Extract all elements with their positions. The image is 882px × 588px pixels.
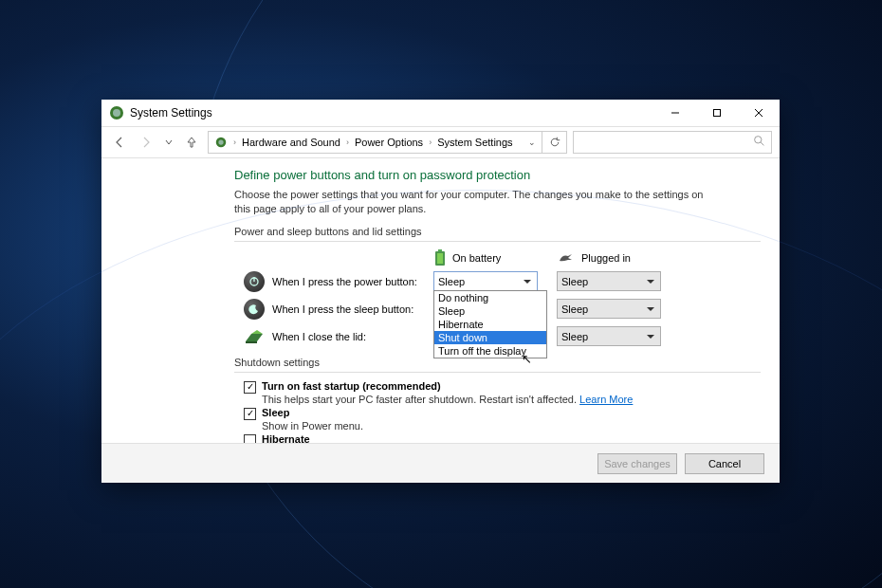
- cancel-button[interactable]: Cancel: [685, 453, 764, 474]
- column-headers: On battery Plugged in: [244, 249, 761, 266]
- svg-rect-3: [714, 110, 721, 117]
- svg-rect-12: [437, 253, 443, 264]
- search-icon: [753, 135, 765, 150]
- breadcrumb-icon: [214, 136, 228, 149]
- lid-plugged-select[interactable]: Sleep: [557, 326, 661, 346]
- svg-line-9: [761, 142, 763, 145]
- svg-point-8: [755, 137, 762, 143]
- save-changes-button[interactable]: Save changes: [597, 453, 677, 474]
- checkbox-sleep[interactable]: [244, 408, 256, 420]
- fast-startup-desc: This helps start your PC faster after sh…: [262, 394, 761, 405]
- battery-icon: [433, 249, 447, 266]
- row-power-button: When I press the power button: Sleep Do …: [244, 269, 761, 294]
- page-description: Choose the power settings that you want …: [234, 188, 708, 216]
- row-sleep-label: When I press the sleep button:: [272, 303, 413, 315]
- nav-row: › Hardware and Sound › Power Options › S…: [101, 126, 780, 158]
- footer: Save changes Cancel: [101, 443, 780, 483]
- sleep-plugged-select[interactable]: Sleep: [557, 299, 661, 319]
- forward-button[interactable]: [136, 132, 156, 153]
- address-bar[interactable]: › Hardware and Sound › Power Options › S…: [208, 131, 542, 154]
- crumb-power-options[interactable]: Power Options: [355, 137, 423, 148]
- window-controls: [654, 100, 780, 126]
- power-battery-dropdown-list: Do nothing Sleep Hibernate Shut down Tur…: [433, 290, 547, 358]
- option-do-nothing[interactable]: Do nothing: [434, 291, 546, 304]
- col-battery-label: On battery: [452, 252, 501, 264]
- window-title: System Settings: [130, 106, 212, 119]
- option-hibernate[interactable]: Hibernate: [434, 318, 546, 331]
- chevron-right-icon: ›: [429, 138, 432, 147]
- col-plugged-label: Plugged in: [581, 252, 631, 264]
- option-shut-down[interactable]: Shut down: [434, 331, 546, 344]
- power-battery-select[interactable]: Sleep: [433, 271, 538, 291]
- back-button[interactable]: [109, 132, 130, 153]
- page-heading: Define power buttons and turn on passwor…: [234, 168, 761, 182]
- power-icon: [244, 271, 265, 292]
- crumb-system-settings[interactable]: System Settings: [437, 137, 512, 148]
- option-turn-off-display[interactable]: Turn off the display: [434, 344, 546, 358]
- moon-icon: [244, 299, 265, 320]
- svg-rect-10: [438, 249, 442, 251]
- section-buttons-label: Power and sleep buttons and lid settings: [234, 226, 761, 237]
- svg-point-1: [113, 109, 120, 117]
- lid-icon: [244, 326, 265, 347]
- search-input[interactable]: [573, 131, 772, 154]
- checkbox-hibernate[interactable]: [244, 434, 256, 443]
- sleep-desc: Show in Power menu.: [262, 420, 761, 432]
- app-icon: [109, 105, 124, 120]
- plug-icon: [557, 251, 576, 265]
- svg-point-7: [218, 139, 223, 144]
- option-sleep[interactable]: Sleep: [434, 304, 546, 318]
- hibernate-title: Hibernate: [262, 433, 310, 443]
- content-area: Define power buttons and turn on passwor…: [101, 158, 780, 443]
- up-button[interactable]: [181, 132, 202, 153]
- chevron-right-icon: ›: [233, 138, 236, 147]
- divider: [234, 372, 761, 373]
- learn-more-link[interactable]: Learn More: [579, 394, 633, 405]
- titlebar: System Settings: [101, 100, 780, 126]
- system-settings-window: System Settings › H: [101, 100, 780, 483]
- checkbox-fast-startup[interactable]: [244, 381, 256, 394]
- chevron-right-icon: ›: [346, 138, 349, 147]
- fast-startup-title: Turn on fast startup (recommended): [262, 380, 441, 392]
- close-button[interactable]: [738, 100, 780, 126]
- maximize-button[interactable]: [696, 100, 738, 126]
- minimize-button[interactable]: [654, 100, 696, 126]
- row-power-label: When I press the power button:: [272, 276, 417, 287]
- sleep-title: Sleep: [262, 407, 289, 418]
- crumb-hardware[interactable]: Hardware and Sound: [242, 137, 340, 148]
- divider: [234, 241, 761, 242]
- recent-locations-button[interactable]: [162, 132, 175, 153]
- power-plugged-select[interactable]: Sleep: [557, 271, 661, 291]
- refresh-button[interactable]: [542, 131, 567, 154]
- row-lid-label: When I close the lid:: [272, 331, 366, 342]
- address-dropdown-icon[interactable]: ⌄: [528, 138, 536, 147]
